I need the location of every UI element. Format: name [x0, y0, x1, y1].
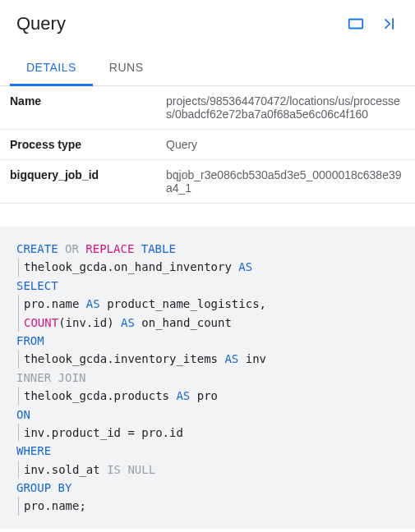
kw: TABLE	[141, 242, 176, 255]
kw: WHERE	[16, 444, 51, 457]
svg-rect-0	[349, 20, 363, 29]
tabs: DETAILS RUNS	[0, 51, 415, 86]
code: thelook_gcda.inventory_items	[24, 352, 224, 365]
details-table: Name projects/985364470472/locations/us/…	[0, 86, 415, 204]
code: inv.sold_at	[24, 463, 107, 476]
row-label: bigquery_job_id	[0, 160, 156, 204]
row-value: Query	[156, 130, 415, 160]
page-title: Query	[16, 13, 66, 34]
kw: CREATE	[16, 242, 58, 255]
kw: AS	[86, 297, 100, 310]
code: thelook_gcda.on_hand_inventory	[24, 260, 238, 273]
kw: AS	[121, 316, 135, 329]
kw: REPLACE	[85, 242, 134, 255]
kw: AS	[238, 260, 252, 273]
kw: SELECT	[16, 279, 58, 292]
code: inv	[238, 352, 266, 365]
collapse-panel-icon[interactable]	[379, 14, 399, 34]
kw: AS	[224, 352, 238, 365]
kw: ON	[16, 408, 30, 421]
row-label: Name	[0, 86, 156, 130]
kw: INNER	[16, 371, 51, 384]
sql-code-block: CREATE OR REPLACE TABLE thelook_gcda.on_…	[0, 227, 415, 529]
code: thelook_gcda.products	[24, 389, 176, 402]
code: on_hand_count	[135, 316, 232, 329]
code: pro.name	[24, 297, 86, 310]
table-row: Name projects/985364470472/locations/us/…	[0, 86, 415, 130]
row-label: Process type	[0, 130, 156, 160]
row-value: bqjob_r3e086cb530a5d3e5_0000018c638e39a4…	[156, 160, 415, 204]
table-row: Process type Query	[0, 130, 415, 160]
code: pro.name;	[24, 499, 86, 512]
kw: AS	[176, 389, 190, 402]
code: pro	[190, 389, 218, 402]
row-value: projects/985364470472/locations/us/proce…	[156, 86, 415, 130]
kw: FROM	[16, 334, 44, 347]
kw: OR	[65, 242, 79, 255]
svg-rect-1	[392, 18, 394, 29]
code: (inv.id)	[58, 316, 121, 329]
split-pane-icon[interactable]	[346, 14, 366, 34]
kw: COUNT	[24, 316, 58, 329]
kw: JOIN	[58, 371, 86, 384]
kw: IS NULL	[107, 463, 155, 476]
header-actions	[346, 14, 399, 34]
kw: GROUP BY	[16, 481, 71, 494]
table-row: bigquery_job_id bqjob_r3e086cb530a5d3e5_…	[0, 160, 415, 204]
code: inv.product_id = pro.id	[24, 426, 183, 439]
tab-runs[interactable]: RUNS	[93, 51, 160, 86]
tab-details[interactable]: DETAILS	[10, 51, 93, 86]
code: product_name_logistics,	[100, 297, 266, 310]
